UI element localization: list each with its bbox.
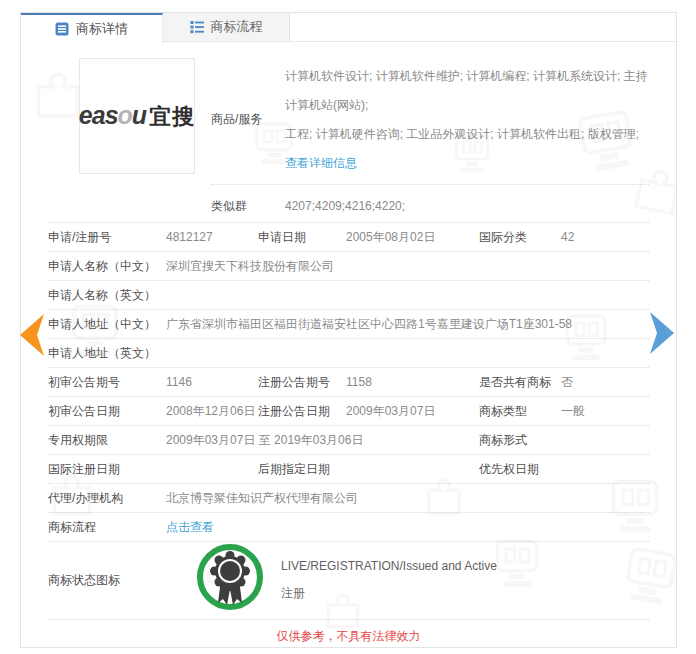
field-label: 代理/办理机构 bbox=[48, 490, 166, 507]
view-detail-link[interactable]: 查看详细信息 bbox=[285, 156, 357, 170]
field-label: 商标流程 bbox=[48, 519, 166, 536]
table-row: 商标流程 点击查看 bbox=[48, 513, 649, 542]
field-value: 一般 bbox=[561, 403, 649, 420]
field-label: 商标类型 bbox=[479, 403, 561, 420]
status-badge-icon bbox=[196, 543, 264, 619]
field-label: 后期指定日期 bbox=[258, 461, 346, 478]
table-row: 初审公告期号 1146 注册公告期号 1158 是否共有商标 否 bbox=[48, 368, 649, 397]
field-label: 申请人名称（英文） bbox=[48, 287, 166, 304]
field-label: 申请人名称（中文） bbox=[48, 258, 166, 275]
field-value: 1146 bbox=[166, 375, 258, 389]
tab-label: 商标详情 bbox=[76, 20, 128, 38]
document-icon bbox=[55, 22, 69, 36]
table-row: 代理/办理机构 北京博导聚佳知识产权代理有限公司 bbox=[48, 484, 649, 513]
field-value: 2005年08月02日 bbox=[346, 229, 479, 246]
field-value: 2009年03月07日 bbox=[346, 403, 479, 420]
table-row: 初审公告日期 2008年12月06日 注册公告日期 2009年03月07日 商标… bbox=[48, 397, 649, 426]
field-label: 申请/注册号 bbox=[48, 229, 166, 246]
status-row: 商标状态图标 bbox=[48, 542, 649, 620]
field-value: 1158 bbox=[346, 375, 479, 389]
field-label: 申请人地址（英文） bbox=[48, 345, 166, 362]
field-value: 否 bbox=[561, 374, 649, 391]
field-value: 42 bbox=[561, 230, 649, 244]
table-row: 申请人名称（中文） 深圳宜搜天下科技股份有限公司 bbox=[48, 252, 649, 281]
field-label: 申请日期 bbox=[258, 229, 346, 246]
field-value: 广东省深圳市福田区福田街道福安社区中心四路1号嘉里建设广场T1座301-58 bbox=[166, 316, 649, 333]
tab-label: 商标流程 bbox=[211, 18, 263, 36]
field-label: 专用权期限 bbox=[48, 432, 166, 449]
trademark-card: 商标详情 商标流程 easou宜搜 bbox=[20, 12, 677, 648]
table-row: 申请人地址（英文） bbox=[48, 339, 649, 368]
similar-group-row: 类似群 4207;4209;4216;4220; bbox=[211, 192, 649, 220]
field-label: 商标状态图标 bbox=[48, 572, 166, 589]
field-label: 注册公告期号 bbox=[258, 374, 346, 391]
field-label: 是否共有商标 bbox=[479, 374, 561, 391]
table-row: 国际注册日期 后期指定日期 优先权日期 bbox=[48, 455, 649, 484]
tab-trademark-process[interactable]: 商标流程 bbox=[163, 13, 290, 41]
table-row: 申请人地址（中文） 广东省深圳市福田区福田街道福安社区中心四路1号嘉里建设广场T… bbox=[48, 310, 649, 339]
field-label: 国际分类 bbox=[479, 229, 561, 246]
field-label: 申请人地址（中文） bbox=[48, 316, 166, 333]
process-view-link[interactable]: 点击查看 bbox=[166, 519, 649, 536]
status-text-en: LIVE/REGISTRATION/Issued and Active bbox=[281, 559, 497, 573]
next-arrow-icon[interactable] bbox=[649, 311, 677, 355]
field-value: 深圳宜搜天下科技股份有限公司 bbox=[166, 258, 649, 275]
list-icon bbox=[190, 20, 204, 34]
goods-services-label: 商品/服务 bbox=[211, 111, 285, 128]
field-label: 国际注册日期 bbox=[48, 461, 166, 478]
prev-arrow-icon[interactable] bbox=[17, 313, 45, 357]
trademark-detail-page: 商标详情 商标流程 easou宜搜 bbox=[0, 0, 696, 654]
field-label: 优先权日期 bbox=[479, 461, 561, 478]
divider bbox=[211, 184, 649, 185]
disclaimer-text: 仅供参考，不具有法律效力 bbox=[48, 620, 649, 645]
tab-trademark-detail[interactable]: 商标详情 bbox=[21, 13, 163, 43]
trademark-image: easou宜搜 bbox=[79, 58, 195, 174]
similar-group-label: 类似群 bbox=[211, 192, 285, 220]
field-value: 2009年03月07日 至 2019年03月06日 bbox=[166, 432, 479, 449]
goods-services-value: 计算机软件设计; 计算机软件维护; 计算机编程; 计算机系统设计; 主持计算机站… bbox=[285, 60, 649, 178]
trademark-logo: easou宜搜 bbox=[79, 101, 195, 132]
detail-content: easou宜搜 商品/服务 计算机软件设计; 计算机软件维护; 计算机编程; 计… bbox=[21, 42, 676, 654]
goods-services-section: easou宜搜 商品/服务 计算机软件设计; 计算机软件维护; 计算机编程; 计… bbox=[48, 42, 649, 223]
similar-group-value: 4207;4209;4216;4220; bbox=[285, 192, 405, 220]
field-label: 初审公告期号 bbox=[48, 374, 166, 391]
field-label: 初审公告日期 bbox=[48, 403, 166, 420]
goods-services-row: 商品/服务 计算机软件设计; 计算机软件维护; 计算机编程; 计算机系统设计; … bbox=[211, 60, 649, 178]
field-label: 商标形式 bbox=[479, 432, 561, 449]
table-row: 专用权期限 2009年03月07日 至 2019年03月06日 商标形式 bbox=[48, 426, 649, 455]
table-row: 申请人名称（英文） bbox=[48, 281, 649, 310]
tab-bar: 商标详情 商标流程 bbox=[21, 13, 676, 42]
field-value: 2008年12月06日 bbox=[166, 403, 258, 420]
status-text-cn: 注册 bbox=[281, 585, 497, 602]
field-value: 4812127 bbox=[166, 230, 258, 244]
field-label: 注册公告日期 bbox=[258, 403, 346, 420]
field-value: 北京博导聚佳知识产权代理有限公司 bbox=[166, 490, 649, 507]
table-row: 申请/注册号 4812127 申请日期 2005年08月02日 国际分类 42 bbox=[48, 223, 649, 252]
